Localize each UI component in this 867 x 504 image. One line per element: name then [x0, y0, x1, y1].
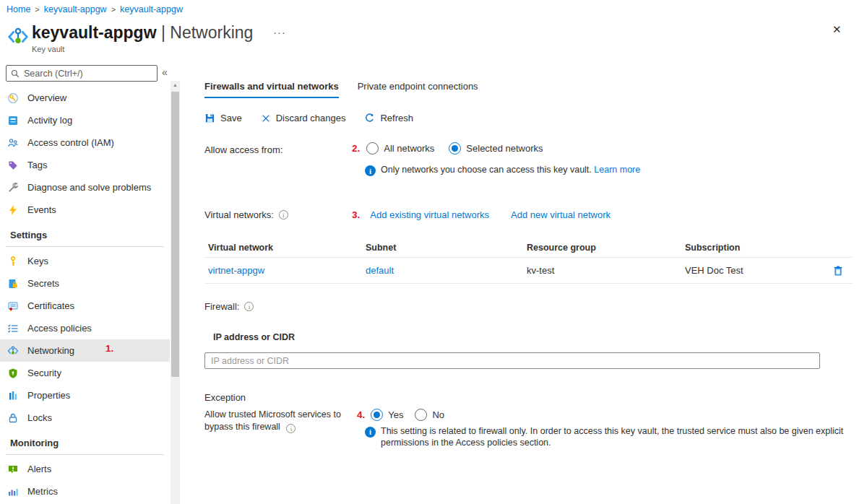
- sidebar-item-alerts[interactable]: Alerts: [0, 458, 170, 480]
- exception-header: Exception: [204, 392, 246, 403]
- sidebar-item-label: Events: [27, 204, 56, 215]
- refresh-label: Refresh: [380, 113, 413, 123]
- properties-icon: [7, 390, 19, 401]
- delete-row-button[interactable]: [832, 265, 853, 277]
- tags-icon: [7, 160, 19, 171]
- sidebar-item-access-control[interactable]: Access control (IAM): [0, 131, 170, 154]
- notice-text: This setting is related to firewall only…: [381, 426, 855, 448]
- discard-changes-button[interactable]: Discard changes: [261, 113, 346, 123]
- breadcrumb-resource[interactable]: keyvault-appgw: [44, 4, 107, 14]
- exception-notice: i This setting is related to firewall on…: [365, 426, 855, 448]
- virtual-networks-table: Virtual network Subnet Resource group Su…: [204, 238, 853, 284]
- column-header-virtual-network: Virtual network: [208, 243, 366, 253]
- scroll-up-icon[interactable]: ▲: [171, 82, 180, 87]
- sidebar-item-access-policies[interactable]: Access policies: [0, 317, 170, 339]
- sidebar-item-tags[interactable]: Tags: [0, 154, 170, 176]
- search-icon: [11, 69, 20, 78]
- save-button[interactable]: Save: [204, 113, 242, 123]
- info-icon[interactable]: i: [286, 424, 296, 433]
- info-icon[interactable]: i: [244, 302, 254, 311]
- refresh-button[interactable]: Refresh: [364, 113, 413, 123]
- breadcrumb: Home>keyvault-appgw>keyvault-appgw: [7, 4, 183, 14]
- breadcrumb-home[interactable]: Home: [7, 4, 30, 14]
- sidebar-item-locks[interactable]: Locks: [0, 407, 170, 429]
- sidebar-item-label: Activity log: [27, 115, 72, 126]
- sidebar-nav: Overview Activity log Access control (IA…: [0, 87, 170, 503]
- learn-more-link[interactable]: Learn more: [594, 165, 640, 175]
- sidebar-item-label: Networking: [27, 345, 74, 356]
- divider: [204, 283, 853, 284]
- trusted-services-yes-radio[interactable]: [371, 409, 383, 421]
- trusted-services-label-text: Allow trusted Microsoft services to bypa…: [204, 409, 341, 432]
- sidebar-item-keys[interactable]: Keys: [0, 250, 170, 272]
- selected-networks-label: Selected networks: [466, 143, 543, 154]
- breadcrumb-current[interactable]: keyvault-appgw: [120, 4, 183, 14]
- notice-text: Only networks you choose can access this…: [381, 165, 592, 175]
- subnet-link[interactable]: default: [366, 265, 527, 276]
- sidebar-item-label: Certificates: [27, 300, 74, 311]
- trusted-services-label: Allow trusted Microsoft services to bypa…: [204, 409, 346, 433]
- annotation-step-3: 3.: [352, 209, 360, 220]
- info-icon[interactable]: i: [279, 210, 288, 220]
- search-input[interactable]: [24, 69, 152, 79]
- discard-x-icon: [261, 113, 271, 123]
- sidebar-item-label: Overview: [27, 92, 66, 103]
- sidebar-item-label: Tags: [27, 160, 47, 170]
- alert-icon: [7, 464, 19, 475]
- sidebar-item-certificates[interactable]: Certificates: [0, 295, 170, 317]
- column-header-subscription: Subscription: [685, 243, 827, 253]
- tab-bar: Firewalls and virtual networks Private e…: [204, 81, 478, 98]
- selected-networks-radio[interactable]: [449, 142, 461, 155]
- sidebar-item-label: Properties: [27, 390, 70, 401]
- sidebar-item-diagnose[interactable]: Diagnose and solve problems: [0, 176, 170, 199]
- subscription-value: VEH Doc Test: [685, 265, 827, 276]
- access-control-icon: [7, 137, 19, 149]
- sidebar-item-label: Keys: [27, 256, 48, 266]
- table-header-row: Virtual network Subnet Resource group Su…: [204, 238, 853, 257]
- sidebar-item-label: Metrics: [27, 486, 58, 497]
- sidebar-item-properties[interactable]: Properties: [0, 384, 170, 407]
- sidebar-scrollbar[interactable]: ▲: [171, 81, 180, 504]
- virtual-network-link[interactable]: virtnet-appgw: [208, 265, 366, 276]
- ip-address-input[interactable]: [204, 352, 820, 369]
- info-icon: i: [365, 427, 376, 438]
- sidebar-item-secrets[interactable]: Secrets: [0, 272, 170, 295]
- sidebar-item-security[interactable]: Security: [0, 362, 170, 384]
- key-icon: [7, 256, 19, 267]
- resource-name: keyvault-appgw: [32, 23, 157, 42]
- tab-private-endpoint-connections[interactable]: Private endpoint connections: [358, 81, 478, 98]
- sidebar-section-monitoring: Monitoring: [0, 438, 170, 451]
- add-existing-virtual-networks-link[interactable]: Add existing virtual networks: [370, 209, 489, 220]
- sidebar-item-label: Locks: [27, 412, 52, 423]
- sidebar-item-overview[interactable]: Overview: [0, 87, 170, 109]
- scrollbar-thumb[interactable]: [171, 92, 179, 377]
- wrench-icon: [7, 182, 19, 194]
- certificate-icon: [7, 300, 19, 312]
- virtual-networks-label: Virtual networks: i: [204, 209, 288, 220]
- overview-icon: [7, 92, 19, 104]
- divider: [6, 246, 164, 247]
- sidebar-item-metrics[interactable]: Metrics: [0, 480, 170, 503]
- all-networks-radio[interactable]: [366, 142, 379, 155]
- collapse-sidebar-icon[interactable]: «: [162, 66, 168, 78]
- column-header-subnet: Subnet: [366, 243, 527, 253]
- sidebar-item-events[interactable]: Events: [0, 199, 170, 221]
- no-label: No: [432, 409, 444, 420]
- sidebar-item-label: Access policies: [27, 323, 92, 334]
- azure-portal-page: Home>keyvault-appgw>keyvault-appgw keyva…: [0, 0, 867, 504]
- column-header-resource-group: Resource group: [527, 243, 685, 253]
- sidebar-item-activity-log[interactable]: Activity log: [0, 109, 170, 131]
- lightning-icon: [7, 204, 19, 216]
- sidebar-item-networking[interactable]: Networking: [0, 339, 170, 362]
- add-new-virtual-network-link[interactable]: Add new virtual network: [511, 209, 611, 220]
- metrics-icon: [7, 486, 19, 498]
- discard-label: Discard changes: [276, 113, 346, 123]
- sidebar-item-label: Access control (IAM): [27, 137, 114, 148]
- save-icon: [204, 113, 215, 123]
- sidebar-item-label: Security: [27, 368, 61, 378]
- allow-access-radio-group: 2. All networks Selected networks: [352, 142, 543, 155]
- trusted-services-no-radio[interactable]: [415, 409, 427, 421]
- table-row: virtnet-appgw default kv-test VEH Doc Te…: [204, 258, 853, 283]
- allow-access-from-label: Allow access from:: [204, 144, 282, 155]
- tab-firewalls-and-virtual-networks[interactable]: Firewalls and virtual networks: [204, 81, 339, 98]
